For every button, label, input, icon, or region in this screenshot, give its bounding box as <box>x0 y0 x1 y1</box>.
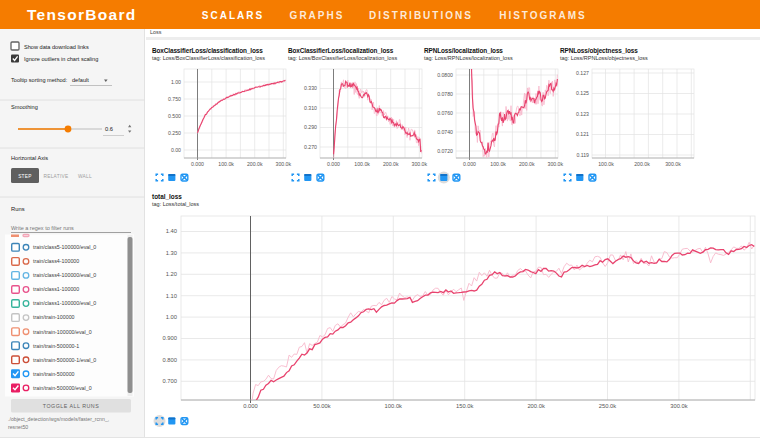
svg-text:100.0k: 100.0k <box>385 403 403 409</box>
svg-text:0.123: 0.123 <box>576 111 589 117</box>
svg-text:Smoothing: Smoothing <box>11 104 38 110</box>
svg-text:0.0720: 0.0720 <box>437 148 453 154</box>
svg-text:train/train-500000/eval_0: train/train-500000/eval_0 <box>33 385 92 391</box>
svg-text:250.0k: 250.0k <box>599 403 617 409</box>
svg-text:train/train-500000-1/eval_0: train/train-500000-1/eval_0 <box>33 357 96 363</box>
svg-text:0.750: 0.750 <box>168 96 181 102</box>
svg-text:0.0760: 0.0760 <box>437 110 453 116</box>
svg-text:train/class5-100000/eval_0: train/class5-100000/eval_0 <box>33 244 96 250</box>
svg-text:1.40: 1.40 <box>166 228 177 234</box>
svg-text:0.000: 0.000 <box>327 161 340 167</box>
svg-text:200.0k: 200.0k <box>634 161 650 167</box>
svg-text:1.10: 1.10 <box>166 293 177 299</box>
svg-text:0.000: 0.000 <box>191 161 204 167</box>
svg-text:200.0k: 200.0k <box>519 161 535 167</box>
svg-text:Write a regex to filter runs: Write a regex to filter runs <box>11 225 74 231</box>
svg-text:WALL: WALL <box>78 174 92 179</box>
svg-text:STEP: STEP <box>18 174 32 179</box>
svg-text:train/class4-100000/eval_0: train/class4-100000/eval_0 <box>33 272 96 278</box>
svg-text:150.0k: 150.0k <box>456 403 474 409</box>
svg-text:200.0k: 200.0k <box>527 403 545 409</box>
svg-text:50.00k: 50.00k <box>313 403 331 409</box>
svg-text:0.800: 0.800 <box>162 357 177 363</box>
svg-text:0.127: 0.127 <box>576 70 589 76</box>
svg-text:0.310: 0.310 <box>304 105 317 111</box>
svg-text:100.0k: 100.0k <box>490 161 506 167</box>
svg-text:0.700: 0.700 <box>162 378 177 384</box>
svg-text:0.250: 0.250 <box>168 130 181 136</box>
svg-text:0.000: 0.000 <box>243 403 258 409</box>
svg-text:200.0k: 200.0k <box>383 161 399 167</box>
svg-text:0.6: 0.6 <box>105 126 113 132</box>
svg-text:default: default <box>72 77 89 83</box>
svg-text:1.20: 1.20 <box>166 271 177 277</box>
svg-text:1.00: 1.00 <box>166 314 177 320</box>
svg-text:100.0k: 100.0k <box>598 161 614 167</box>
svg-text:Horizontal Axis: Horizontal Axis <box>11 155 48 161</box>
svg-text:300.0k: 300.0k <box>665 161 681 167</box>
svg-text:train/train-500000-1: train/train-500000-1 <box>33 343 79 349</box>
svg-text:0.0800: 0.0800 <box>437 72 453 78</box>
svg-text:train/train-500000: train/train-500000 <box>33 371 75 377</box>
svg-text:0.270: 0.270 <box>304 144 317 150</box>
svg-text:200.0k: 200.0k <box>247 161 263 167</box>
svg-text:1.30: 1.30 <box>166 250 177 256</box>
svg-text:100.0k: 100.0k <box>354 161 370 167</box>
svg-text:train/train-100000/eval_0: train/train-100000/eval_0 <box>33 329 92 335</box>
svg-text:0.0740: 0.0740 <box>437 129 453 135</box>
svg-text:./object_detection/wgs/models/: ./object_detection/wgs/models/faster_rcn… <box>8 416 109 422</box>
svg-text:0.00: 0.00 <box>171 147 181 153</box>
svg-text:resnet50: resnet50 <box>8 424 28 430</box>
svg-text:0.500: 0.500 <box>168 113 181 119</box>
svg-text:0.119: 0.119 <box>576 152 589 158</box>
svg-text:300.0k: 300.0k <box>670 403 688 409</box>
svg-text:0.900: 0.900 <box>162 335 177 341</box>
svg-text:TOGGLE ALL RUNS: TOGGLE ALL RUNS <box>43 403 99 409</box>
svg-text:train/class1-100000/eval_0: train/class1-100000/eval_0 <box>33 300 96 306</box>
svg-text:train/train-100000: train/train-100000 <box>33 314 75 320</box>
svg-text:0.121: 0.121 <box>576 131 589 137</box>
svg-text:Ignore outliers in chart scali: Ignore outliers in chart scaling <box>24 56 98 62</box>
svg-text:RELATIVE: RELATIVE <box>43 174 68 179</box>
svg-text:Runs: Runs <box>11 206 25 212</box>
svg-text:Show data download links: Show data download links <box>24 44 89 50</box>
svg-text:0.0780: 0.0780 <box>437 91 453 97</box>
svg-text:train/class4-100000: train/class4-100000 <box>33 258 79 264</box>
svg-text:0.000: 0.000 <box>463 161 476 167</box>
svg-text:100.0k: 100.0k <box>218 161 234 167</box>
svg-text:0.290: 0.290 <box>304 124 317 130</box>
svg-text:1.00: 1.00 <box>171 79 181 85</box>
svg-text:train/class1-100000: train/class1-100000 <box>33 286 79 292</box>
svg-text:Tooltip sorting method:: Tooltip sorting method: <box>11 77 68 83</box>
svg-text:0.330: 0.330 <box>304 85 317 91</box>
svg-text:0.125: 0.125 <box>576 90 589 96</box>
